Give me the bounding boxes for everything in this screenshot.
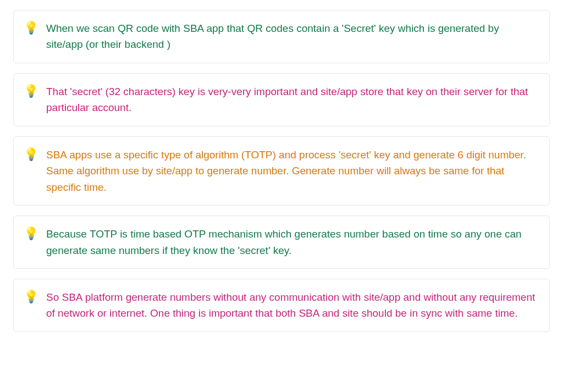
callout-text: SBA apps use a specific type of algorith…: [46, 147, 538, 195]
callout-block: 💡 When we scan QR code with SBA app that…: [13, 10, 550, 63]
callout-block: 💡 SBA apps use a specific type of algori…: [13, 136, 550, 206]
bulb-icon: 💡: [24, 147, 38, 162]
callout-block: 💡 That 'secret' (32 characters) key is v…: [13, 73, 550, 126]
callout-text: Because TOTP is time based OTP mechanism…: [46, 226, 538, 258]
callout-text: When we scan QR code with SBA app that Q…: [46, 20, 538, 53]
bulb-icon: 💡: [24, 290, 38, 304]
bulb-icon: 💡: [24, 227, 38, 241]
callout-block: 💡 Because TOTP is time based OTP mechani…: [13, 216, 550, 269]
callout-text: That 'secret' (32 characters) key is ver…: [46, 84, 538, 116]
bulb-icon: 💡: [24, 21, 38, 35]
callout-block: 💡 So SBA platform generate numbers witho…: [13, 279, 550, 332]
bulb-icon: 💡: [24, 84, 38, 98]
callout-list: 💡 When we scan QR code with SBA app that…: [13, 10, 550, 332]
callout-text: So SBA platform generate numbers without…: [46, 289, 538, 322]
